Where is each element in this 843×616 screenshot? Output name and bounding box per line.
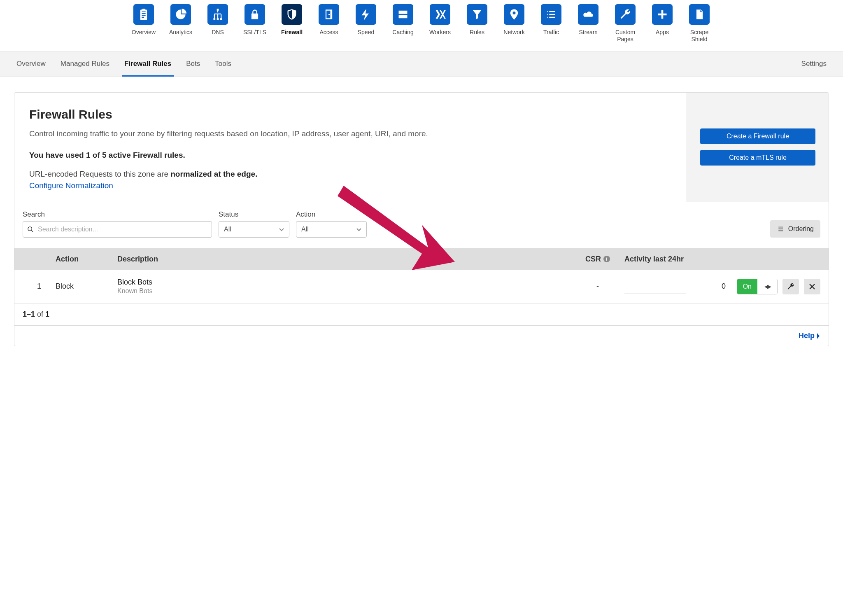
rule-index: 1 [23,282,56,291]
help-link[interactable]: Help [799,331,820,340]
nav-ssl[interactable]: SSL/TLS [242,4,268,43]
pin-icon [504,4,524,25]
rule-csr: - [571,282,624,291]
col-activity-header: Activity last 24hr [624,255,726,264]
nav-label: Scrape Shield [687,29,712,43]
status-select[interactable]: All [219,221,289,238]
nav-label: Network [503,29,524,36]
normalization-prefix: URL-encoded Requests to this zone are [29,170,170,178]
create-firewall-rule-button[interactable]: Create a Firewall rule [700,128,815,144]
filter-row: Search Status All Action All Ordering [14,202,829,248]
wrench-icon [615,4,636,25]
subtab-bots[interactable]: Bots [186,51,200,76]
configure-normalization-link[interactable]: Configure Normalization [29,181,113,190]
rule-title: Block Bots [117,278,571,287]
rule-description: Block Bots Known Bots [117,278,571,295]
nav-label: Speed [358,29,374,36]
search-field: Search [23,210,212,238]
create-mtls-rule-button[interactable]: Create a mTLS rule [700,150,815,166]
subtab-firewall-rules[interactable]: Firewall Rules [124,51,171,76]
delete-rule-button[interactable] [804,279,820,294]
help-row: Help [14,326,829,346]
ordering-label: Ordering [788,225,814,233]
ordering-button[interactable]: Ordering [770,220,820,238]
search-input[interactable] [37,225,207,233]
nav-overview[interactable]: Overview [131,4,156,43]
network-icon [207,4,228,25]
rule-action: Block [56,282,117,291]
workers-icon [430,4,450,25]
nav-label: Traffic [543,29,559,36]
nav-rules[interactable]: Rules [464,4,490,43]
status-label: Status [219,210,289,219]
nav-label: Stream [579,29,597,36]
nav-speed[interactable]: Speed [353,4,379,43]
nav-traffic[interactable]: Traffic [538,4,564,43]
nav-workers[interactable]: Workers [427,4,453,43]
col-action-header: Action [56,255,117,264]
nav-label: Firewall [281,29,303,36]
nav-scrape-shield[interactable]: Scrape Shield [687,4,712,43]
edit-rule-button[interactable] [782,279,799,294]
rule-toggle[interactable]: On ◀▶ [737,279,778,294]
shield-icon [282,4,302,25]
toggle-on-label: On [737,279,757,294]
nav-stream[interactable]: Stream [575,4,601,43]
filter-icon [467,4,487,25]
nav-label: DNS [212,29,224,36]
pager-of: of [35,310,45,318]
nav-caching[interactable]: Caching [390,4,416,43]
nav-firewall[interactable]: Firewall [279,4,305,43]
nav-label: Apps [656,29,669,36]
actions-pane: Create a Firewall rule Create a mTLS rul… [687,93,829,202]
nav-label: Analytics [169,29,192,36]
info-icon[interactable]: i [603,256,610,262]
cloud-icon [578,4,598,25]
clipboard-icon [133,4,154,25]
door-icon [319,4,339,25]
activity-value: 0 [722,282,726,290]
nav-label: Workers [429,29,451,36]
toggle-handle-icon: ◀▶ [757,279,777,294]
lock-icon [245,4,265,25]
help-label: Help [799,331,815,340]
csr-label: CSR [585,255,601,264]
subtab-overview[interactable]: Overview [16,51,46,76]
action-filter-value: All [301,226,309,233]
nav-apps[interactable]: Apps [650,4,675,43]
nav-analytics[interactable]: Analytics [168,4,193,43]
list-icon [777,225,784,233]
rule-activity: 0 [624,282,726,291]
wrench-icon [787,283,794,290]
sub-tabs: Overview Managed Rules Firewall Rules Bo… [0,51,843,77]
rule-subtitle: Known Bots [117,287,571,295]
pager-total: 1 [45,310,49,318]
action-filter-label: Action [296,210,367,219]
action-filter-field: Action All [296,210,367,238]
status-field: Status All [219,210,289,238]
nav-dns[interactable]: DNS [205,4,231,43]
analytics-icon [170,4,191,25]
top-nav: Overview Analytics DNS SSL/TLS Firewall … [0,0,843,51]
nav-label: Rules [470,29,484,36]
plus-icon [652,4,673,25]
chevron-down-icon [356,227,361,232]
nav-network[interactable]: Network [501,4,527,43]
page-description: Control incoming traffic to your zone by… [29,128,672,140]
subtab-settings[interactable]: Settings [801,60,827,68]
nav-label: Caching [392,29,413,36]
nav-label: Overview [132,29,156,36]
list-icon [541,4,561,25]
activity-sparkline [624,294,686,294]
nav-custom-pages[interactable]: Custom Pages [612,4,638,43]
document-icon [689,4,710,25]
search-box[interactable] [23,221,212,238]
nav-access[interactable]: Access [316,4,342,43]
normalization-strong: normalized at the edge. [170,170,257,178]
subtab-tools[interactable]: Tools [215,51,231,76]
subtab-managed-rules[interactable]: Managed Rules [61,51,109,76]
close-icon [808,283,816,290]
normalization-info: URL-encoded Requests to this zone are no… [29,170,672,179]
action-filter-select[interactable]: All [296,221,367,238]
search-icon [27,226,34,233]
